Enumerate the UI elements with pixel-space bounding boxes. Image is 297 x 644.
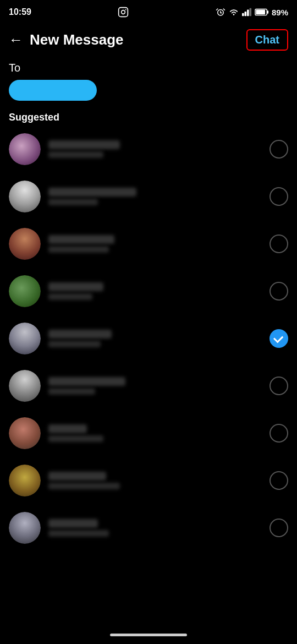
select-radio[interactable] <box>270 376 288 395</box>
contact-info <box>48 472 120 489</box>
avatar <box>9 228 41 260</box>
contact-sub <box>48 199 98 205</box>
avatar <box>9 181 41 212</box>
status-icons <box>118 7 129 18</box>
contact-name <box>48 282 103 291</box>
contact-item[interactable] <box>0 362 297 410</box>
bottom-nav <box>0 625 297 644</box>
svg-rect-11 <box>247 10 249 17</box>
avatar <box>9 465 41 496</box>
contact-sub <box>48 341 101 347</box>
contact-name <box>48 235 114 244</box>
contact-sub <box>48 435 103 442</box>
status-bar: 10:59 <box>0 0 297 22</box>
contact-info <box>48 424 103 442</box>
contact-name <box>48 377 125 386</box>
contact-name <box>48 140 120 149</box>
contact-item[interactable] <box>0 504 297 552</box>
contact-name <box>48 472 106 481</box>
svg-rect-10 <box>244 12 246 16</box>
select-radio[interactable] <box>270 519 288 537</box>
header: ← New Message Chat <box>0 22 297 57</box>
contact-name <box>48 519 98 528</box>
contact-info <box>48 235 114 253</box>
instagram-icon <box>118 7 129 18</box>
contact-item[interactable] <box>0 173 297 220</box>
svg-point-2 <box>125 9 127 10</box>
contact-name <box>48 424 87 433</box>
avatar <box>9 417 41 449</box>
page-title: New Message <box>30 31 124 48</box>
contact-sub <box>48 293 92 300</box>
chat-button[interactable]: Chat <box>246 29 288 51</box>
svg-rect-0 <box>119 8 128 17</box>
status-time: 10:59 <box>9 7 31 17</box>
svg-point-8 <box>233 14 235 15</box>
contact-item[interactable] <box>0 268 297 315</box>
contact-info <box>48 282 103 300</box>
to-label: To <box>9 62 288 74</box>
svg-point-1 <box>122 10 125 14</box>
battery-percent: 89% <box>272 8 288 17</box>
contact-info <box>48 330 112 347</box>
suggested-label: Suggested <box>0 107 297 125</box>
contact-item[interactable] <box>0 457 297 504</box>
select-radio[interactable] <box>270 234 288 253</box>
contact-sub <box>48 483 120 489</box>
select-radio[interactable] <box>270 471 288 490</box>
avatar <box>9 512 41 544</box>
avatar <box>9 133 41 165</box>
svg-line-7 <box>223 9 224 10</box>
contact-item[interactable] <box>0 410 297 457</box>
svg-rect-9 <box>242 13 244 16</box>
select-radio[interactable] <box>270 187 288 206</box>
contact-sub <box>48 246 109 253</box>
contact-name <box>48 330 112 339</box>
avatar <box>9 370 41 402</box>
select-radio[interactable] <box>270 282 288 301</box>
svg-rect-12 <box>249 8 251 16</box>
contact-item[interactable] <box>0 315 297 362</box>
contact-info <box>48 519 109 537</box>
contact-info <box>48 188 136 205</box>
contact-item[interactable] <box>0 220 297 268</box>
home-indicator <box>110 634 187 636</box>
alarm-icon <box>216 7 226 17</box>
select-radio[interactable] <box>270 424 288 443</box>
contact-info <box>48 140 120 158</box>
contact-item[interactable] <box>0 125 297 173</box>
svg-rect-14 <box>267 10 268 14</box>
battery-icon <box>255 8 269 16</box>
contact-sub <box>48 388 95 395</box>
contact-list <box>0 125 297 552</box>
status-right-icons: 89% <box>216 7 288 17</box>
signal-icon <box>242 8 252 17</box>
svg-rect-15 <box>256 10 265 14</box>
avatar <box>9 323 41 354</box>
select-radio[interactable] <box>270 329 288 348</box>
contact-name <box>48 188 136 197</box>
header-left: ← New Message <box>9 31 124 48</box>
back-button[interactable]: ← <box>9 31 23 48</box>
contact-info <box>48 377 125 395</box>
select-radio[interactable] <box>270 140 288 159</box>
svg-line-6 <box>216 9 217 10</box>
contact-sub <box>48 530 109 537</box>
contact-sub <box>48 151 103 158</box>
avatar <box>9 275 41 307</box>
to-section: To <box>0 57 297 107</box>
to-input-field[interactable] <box>9 80 97 101</box>
wifi-icon <box>228 8 239 17</box>
